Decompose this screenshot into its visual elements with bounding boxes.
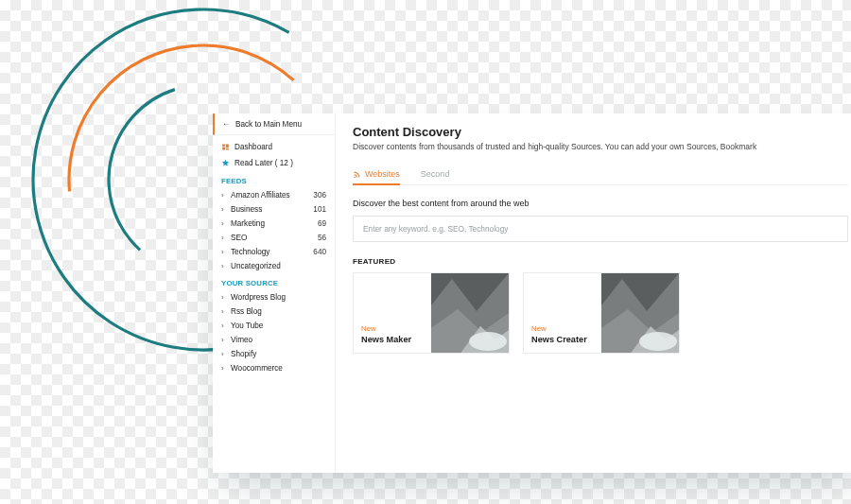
dashboard-label: Dashboard — [234, 143, 272, 151]
feed-count: 640 — [313, 248, 326, 256]
featured-card[interactable]: NewNews Creater — [523, 272, 680, 354]
your-source-heading: YOUR SOURCE — [213, 273, 335, 290]
featured-heading: FEATURED — [353, 257, 848, 266]
source-item[interactable]: ›Vimeo — [213, 333, 335, 347]
read-later-label: Read Later ( 12 ) — [234, 159, 293, 167]
svg-point-7 — [469, 332, 507, 351]
source-label: Vimeo — [229, 336, 326, 344]
svg-point-12 — [639, 332, 677, 351]
chevron-right-icon: › — [221, 219, 229, 228]
chevron-right-icon: › — [221, 307, 229, 316]
featured-cards: NewNews Maker NewNews Creater — [353, 272, 848, 354]
card-thumbnail — [431, 273, 509, 353]
card-title: News Creater — [531, 335, 594, 345]
feed-item[interactable]: ›Marketing69 — [213, 217, 335, 231]
tab-websites[interactable]: Websites — [353, 169, 400, 184]
source-label: Wordpress Blog — [229, 293, 326, 302]
feed-count: 56 — [318, 234, 326, 242]
arrow-left-icon: ← — [222, 119, 231, 129]
source-label: Shopify — [229, 350, 326, 358]
card-thumbnail — [601, 273, 679, 353]
chevron-right-icon: › — [221, 205, 229, 214]
source-item[interactable]: ›Woocommerce — [213, 361, 335, 375]
dashboard-icon — [221, 143, 230, 151]
tab-websites-label: Websites — [365, 169, 400, 179]
feed-label: Business — [229, 205, 313, 214]
card-title: News Maker — [361, 335, 424, 345]
source-label: You Tube — [229, 322, 326, 330]
sidebar: ← Back to Main Menu Dashboard Read Later… — [213, 113, 336, 473]
page-title: Content Discovery — [353, 125, 848, 139]
back-label: Back to Main Menu — [235, 120, 302, 129]
chevron-right-icon: › — [221, 248, 229, 256]
chevron-right-icon: › — [221, 350, 229, 358]
tab-bar: Websites Second — [353, 169, 848, 185]
feed-label: Technology — [229, 248, 313, 256]
source-item[interactable]: ›Shopify — [213, 347, 335, 361]
sidebar-item-read-later[interactable]: Read Later ( 12 ) — [213, 155, 335, 171]
chevron-right-icon: › — [221, 234, 229, 242]
search-input[interactable]: Enter any keyword. e.g. SEO, Technology — [353, 216, 848, 242]
source-item[interactable]: ›Wordpress Blog — [213, 290, 335, 304]
feed-label: Uncategorized — [229, 262, 326, 270]
discover-subheading: Discover the best content from around th… — [353, 199, 848, 208]
featured-card[interactable]: NewNews Maker — [353, 272, 510, 354]
source-item[interactable]: ›You Tube — [213, 319, 335, 333]
feed-label: Marketing — [229, 219, 318, 228]
feed-label: Amazon Affiliates — [229, 191, 313, 200]
source-label: Rss Blog — [229, 307, 326, 316]
star-icon — [221, 159, 230, 167]
feed-item[interactable]: ›SEO56 — [213, 231, 335, 245]
chevron-right-icon: › — [221, 336, 229, 344]
feeds-heading: FEEDS — [213, 171, 335, 188]
feed-item[interactable]: ›Uncategorized — [213, 259, 335, 273]
main-content: Content Discovery Discover contents from… — [336, 113, 851, 473]
source-item[interactable]: ›Rss Blog — [213, 304, 335, 319]
card-badge: New — [531, 324, 594, 333]
feed-item[interactable]: ›Business101 — [213, 202, 335, 217]
feed-count: 101 — [313, 205, 326, 214]
chevron-right-icon: › — [221, 191, 229, 200]
rss-icon — [353, 170, 361, 179]
feed-item[interactable]: ›Amazon Affiliates306 — [213, 188, 335, 202]
source-label: Woocommerce — [229, 364, 326, 373]
feed-count: 69 — [318, 219, 326, 228]
app-window: ← Back to Main Menu Dashboard Read Later… — [213, 113, 851, 473]
page-description: Discover contents from thousands of trus… — [353, 142, 848, 152]
chevron-right-icon: › — [221, 293, 229, 302]
tab-second[interactable]: Second — [421, 169, 450, 184]
back-to-main-menu[interactable]: ← Back to Main Menu — [213, 113, 335, 135]
chevron-right-icon: › — [221, 364, 229, 373]
chevron-right-icon: › — [221, 322, 229, 330]
card-badge: New — [361, 324, 424, 333]
sidebar-item-dashboard[interactable]: Dashboard — [213, 139, 335, 155]
feed-item[interactable]: ›Technology640 — [213, 245, 335, 259]
chevron-right-icon: › — [221, 262, 229, 270]
feed-label: SEO — [229, 234, 318, 242]
feed-count: 306 — [313, 191, 326, 200]
tab-second-label: Second — [421, 169, 450, 179]
